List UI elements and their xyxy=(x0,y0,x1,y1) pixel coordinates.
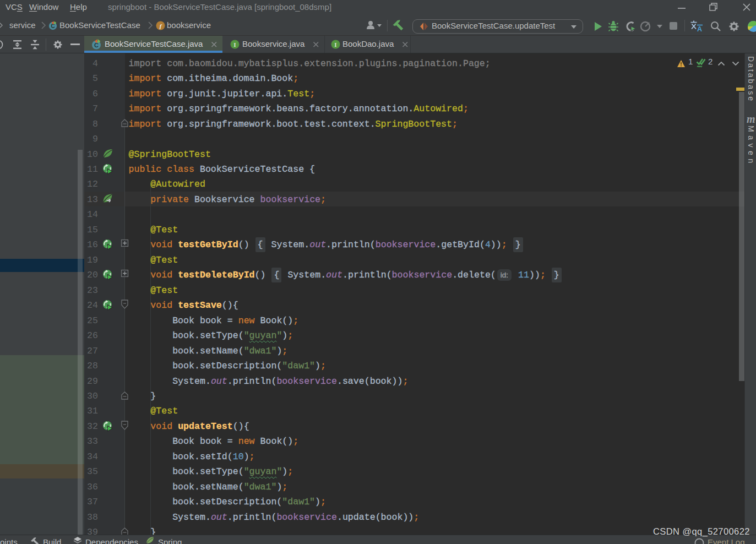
svg-text:I: I xyxy=(233,41,236,48)
svg-text:I: I xyxy=(334,41,336,48)
svg-text:A: A xyxy=(697,25,702,33)
